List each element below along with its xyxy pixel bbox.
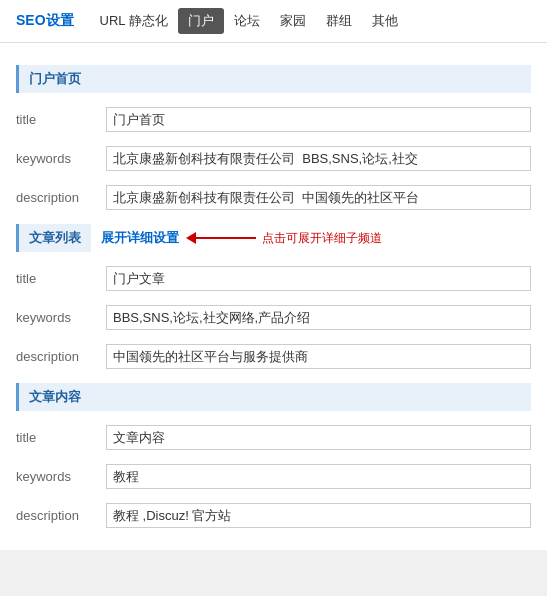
- portal-home-description-label: description: [16, 190, 106, 205]
- article-list-description-label: description: [16, 349, 106, 364]
- article-content-section-header: 文章内容: [16, 383, 531, 411]
- nav-brand[interactable]: SEO设置: [16, 12, 74, 30]
- article-list-keywords-label: keywords: [16, 310, 106, 325]
- portal-home-keywords-row: keywords: [16, 142, 531, 175]
- article-list-section-label: 文章列表: [16, 224, 91, 252]
- article-list-keywords-row: keywords: [16, 301, 531, 334]
- portal-home-keywords-input[interactable]: [106, 146, 531, 171]
- article-content-title-label: title: [16, 430, 106, 445]
- arrow-line-icon: [196, 237, 256, 239]
- article-content-keywords-row: keywords: [16, 460, 531, 493]
- top-nav: SEO设置 URL 静态化 门户 论坛 家园 群组 其他: [0, 0, 547, 43]
- article-list-description-input[interactable]: [106, 344, 531, 369]
- article-list-keywords-input[interactable]: [106, 305, 531, 330]
- article-content-keywords-input[interactable]: [106, 464, 531, 489]
- article-list-title-row: title: [16, 262, 531, 295]
- article-content-title-input[interactable]: [106, 425, 531, 450]
- article-content-description-row: description: [16, 499, 531, 532]
- arrow-container: 点击可展开详细子频道: [187, 230, 382, 247]
- article-list-expand-row: 文章列表 展开详细设置 点击可展开详细子频道: [16, 224, 531, 252]
- nav-item-portal[interactable]: 门户: [178, 8, 224, 34]
- article-content-description-label: description: [16, 508, 106, 523]
- nav-item-url-static[interactable]: URL 静态化: [90, 8, 178, 34]
- arrow-head-icon: [186, 232, 196, 244]
- nav-item-other[interactable]: 其他: [362, 8, 408, 34]
- expand-detail-link[interactable]: 展开详细设置: [101, 229, 179, 247]
- portal-home-description-input[interactable]: [106, 185, 531, 210]
- article-content-keywords-label: keywords: [16, 469, 106, 484]
- article-content-title-row: title: [16, 421, 531, 454]
- portal-home-keywords-label: keywords: [16, 151, 106, 166]
- portal-home-description-row: description: [16, 181, 531, 214]
- article-list-description-row: description: [16, 340, 531, 373]
- portal-home-title-input[interactable]: [106, 107, 531, 132]
- article-list-title-label: title: [16, 271, 106, 286]
- portal-home-section-header: 门户首页: [16, 65, 531, 93]
- portal-home-title-row: title: [16, 103, 531, 136]
- nav-item-forum[interactable]: 论坛: [224, 8, 270, 34]
- main-content: 门户首页 title keywords description 文章列表 展开详…: [0, 43, 547, 550]
- article-list-title-input[interactable]: [106, 266, 531, 291]
- nav-item-home[interactable]: 家园: [270, 8, 316, 34]
- arrow-text: 点击可展开详细子频道: [262, 230, 382, 247]
- nav-item-group[interactable]: 群组: [316, 8, 362, 34]
- portal-home-title-label: title: [16, 112, 106, 127]
- article-content-description-input[interactable]: [106, 503, 531, 528]
